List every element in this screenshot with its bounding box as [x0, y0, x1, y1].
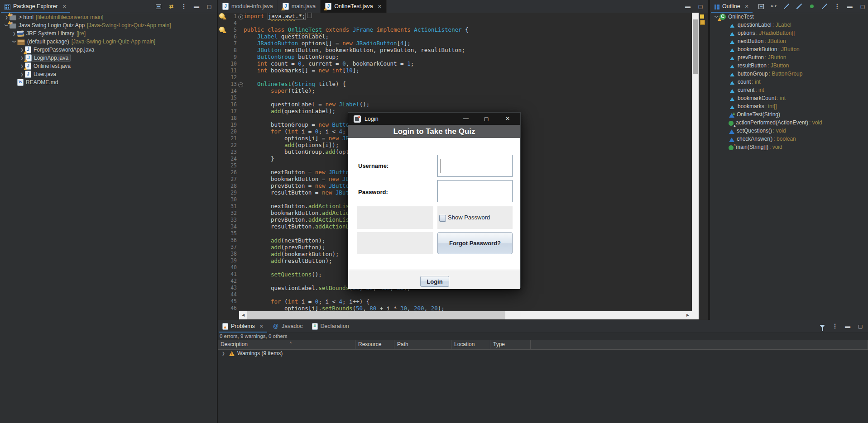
outline-item-bookmarks[interactable]: ❯bookmarks : int[] [710, 102, 868, 110]
maximize-icon[interactable]: ▢ [205, 3, 213, 10]
forgot-password-button[interactable]: Forgot Password? [437, 232, 513, 254]
tab-package-explorer[interactable]: Package Explorer ✕ [0, 0, 71, 13]
chevron-icon[interactable]: ❯ [4, 15, 10, 19]
tab-javadoc[interactable]: @ Javadoc [268, 320, 307, 333]
hide-non-public-icon[interactable] [808, 3, 816, 10]
hide-local-types-icon[interactable] [820, 3, 829, 10]
explorer-item-jre-system-library[interactable]: ❯JRE System Library[jre] [0, 29, 217, 38]
code-line[interactable]: 15 [218, 94, 692, 101]
maximize-icon[interactable]: ▢ [856, 323, 864, 330]
minimize-icon[interactable]: ▬ [192, 3, 201, 10]
explorer-item-readme-md[interactable]: ❯WREADME.md [0, 78, 217, 86]
code-line[interactable]: 45for (int i = 0; i < 4; i++) { [218, 298, 692, 305]
minimize-icon[interactable]: ▬ [844, 323, 852, 330]
outline-item-options[interactable]: ❯options : JRadioButton[] [710, 29, 868, 37]
code-line[interactable]: 1+import java.awt.*; [218, 13, 692, 19]
outline-item-nextbutton[interactable]: ❯nextButton : JButton [710, 37, 868, 45]
code-line[interactable]: 5public class OnlineTest extends JFrame … [218, 26, 692, 33]
outline-item-current[interactable]: ❯current : int [710, 86, 868, 94]
fold-expanded-icon[interactable]: − [238, 82, 243, 87]
code-line[interactable]: 4 [218, 19, 692, 26]
editor-tab-onlinetest[interactable]: J OnlineTest.java ✕ [321, 0, 387, 13]
view-menu-icon[interactable]: ⋮ [833, 3, 841, 10]
chevron-icon[interactable]: ❯ [12, 32, 17, 36]
password-field[interactable] [437, 180, 513, 202]
horizontal-scrollbar[interactable]: ◀ ▶ [239, 311, 692, 319]
vertical-scrollbar[interactable] [692, 13, 699, 311]
outline-item-resultbutton[interactable]: ❯resultButton : JButton [710, 62, 868, 70]
chevron-icon[interactable]: ❯ [19, 72, 25, 76]
scrollbar-thumb[interactable] [247, 311, 505, 319]
dialog-maximize-button[interactable]: ▢ [476, 113, 496, 125]
view-menu-icon[interactable]: ⋮ [831, 323, 839, 330]
outline-item-questionlabel[interactable]: ❯questionLabel : JLabel [710, 21, 868, 29]
close-icon[interactable]: ✕ [62, 4, 67, 10]
outline-item-actionperformed-actionevent-[interactable]: ❯actionPerformed(ActionEvent) : void [710, 119, 868, 127]
column-header-type[interactable]: Type [490, 340, 531, 349]
tab-declaration[interactable]: # Declaration [307, 320, 354, 333]
minimize-icon[interactable]: ▬ [684, 3, 692, 10]
maximize-icon[interactable]: ▢ [696, 3, 705, 10]
explorer-item-onlinetest-java[interactable]: ❯JOnlineTest.java [0, 62, 217, 70]
outline-item-prevbutton[interactable]: ❯prevButton : JButton [710, 53, 868, 62]
problems-warnings-row[interactable]: ❯ Warnings (9 items) [218, 349, 283, 357]
column-header-resource[interactable]: Resource [355, 340, 394, 349]
code-line[interactable]: 10int count = 0, current = 0, bookmarkCo… [218, 60, 692, 67]
outline-item-onlinetest[interactable]: ❯COnlineTest [710, 13, 868, 21]
login-button[interactable]: Login [420, 276, 449, 287]
tab-outline[interactable]: Outline ✕ [710, 0, 753, 13]
explorer-item--default-package-[interactable]: ❯(default package)[Java-Swing-Login-Quiz… [0, 38, 217, 46]
warning-marker[interactable] [700, 14, 704, 19]
collapse-all-icon[interactable] [757, 3, 765, 10]
collapse-all-icon[interactable] [154, 3, 163, 10]
dialog-minimize-button[interactable]: — [456, 113, 476, 125]
filter-icon[interactable] [818, 323, 826, 330]
fold-collapsed-icon[interactable]: + [238, 14, 243, 19]
editor-tab-main[interactable]: J main.java [278, 0, 321, 13]
code-line[interactable]: 12 [218, 74, 692, 81]
code-line[interactable]: 6JLabel questionLabel; [218, 33, 692, 40]
code-line[interactable]: 44 [218, 291, 692, 298]
warning-marker[interactable] [700, 20, 705, 25]
explorer-item-java-swing-login-quiz-app[interactable]: ❯Java Swing Login Quiz App[Java-Swing-Lo… [0, 21, 217, 29]
dialog-titlebar[interactable]: Login — ▢ ✕ [348, 113, 520, 125]
explorer-item-forgotpasswordapp-java[interactable]: ❯JForgotPasswordApp.java [0, 46, 217, 54]
scroll-left-arrow[interactable]: ◀ [239, 311, 247, 319]
code-line[interactable]: 7JRadioButton options[] = new JRadioButt… [218, 40, 692, 47]
scrollbar-thumb[interactable] [693, 19, 698, 74]
username-field[interactable] [437, 155, 513, 177]
outline-item-onlinetest-string-[interactable]: ❯OnlineTest(String) [710, 110, 868, 119]
link-with-editor-icon[interactable]: ⇄ [167, 3, 175, 10]
hide-fields-icon[interactable] [782, 3, 791, 10]
outline-item-bookmarkcount[interactable]: ❯bookmarkCount : int [710, 94, 868, 102]
explorer-item-user-java[interactable]: ❯JUser.java [0, 70, 217, 78]
code-line[interactable]: 11int bookmarks[] = new int[10]; [218, 67, 692, 74]
close-icon[interactable]: ✕ [745, 4, 749, 10]
tab-problems[interactable]: Problems ✕ [218, 320, 268, 333]
code-line[interactable]: 46options[i].setBounds(50, 80 + i * 30, … [218, 305, 692, 311]
outline-item-count[interactable]: ❯count : int [710, 78, 868, 86]
code-line[interactable]: 9ButtonGroup buttonGroup; [218, 53, 692, 60]
outline-item-setquestions-[interactable]: ❯setQuestions() : void [710, 127, 868, 135]
code-line[interactable]: 16questionLabel = new JLabel(); [218, 101, 692, 108]
close-icon[interactable]: ✕ [378, 4, 382, 10]
editor-tab-module-info[interactable]: J module-info.java [218, 0, 278, 13]
maximize-icon[interactable]: ▢ [858, 3, 867, 10]
minimize-icon[interactable]: ▬ [846, 3, 854, 10]
code-line[interactable]: 13−OnlineTest(String title) { [218, 81, 692, 87]
column-header-description[interactable]: Description^ [218, 340, 355, 349]
hide-static-members-icon[interactable] [795, 3, 803, 10]
chevron-right-icon[interactable]: ❯ [221, 352, 226, 356]
outline-item-checkanswer-[interactable]: ❯checkAnswer() : boolean [710, 135, 868, 143]
explorer-item--html[interactable]: ❯> html[filetohtmlfileconvertor main] [0, 13, 217, 21]
show-password-checkbox[interactable] [439, 215, 446, 222]
explorer-item-loginapp-java[interactable]: ❯JLoginApp.java [0, 54, 217, 62]
outline-item-buttongroup[interactable]: ❯buttonGroup : ButtonGroup [710, 70, 868, 78]
code-line[interactable]: 14super(title); [218, 87, 692, 94]
column-header-location[interactable]: Location [451, 340, 490, 349]
scroll-right-arrow[interactable]: ▶ [684, 311, 692, 319]
outline-item-bookmarkbutton[interactable]: ❯bookmarkButton : JButton [710, 45, 868, 53]
column-header-path[interactable]: Path [394, 340, 451, 349]
dialog-close-button[interactable]: ✕ [498, 113, 518, 125]
outline-item-main-string-[interactable]: ❯main(String[]) : void [710, 143, 868, 151]
